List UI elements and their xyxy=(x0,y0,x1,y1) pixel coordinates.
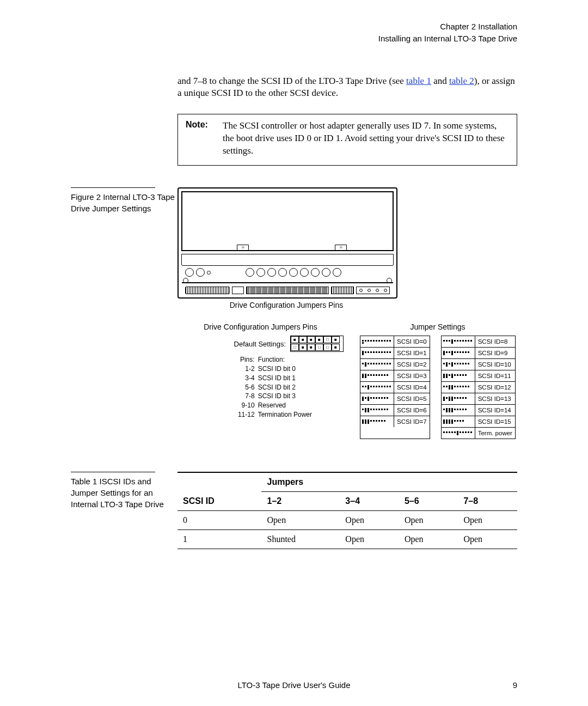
col-jumpers: Jumpers xyxy=(261,473,517,492)
body-paragraph: and 7–8 to change the SCSI ID of the LTO… xyxy=(177,75,517,100)
jumper-table: SCSI ID Jumpers 1–2 3–4 5–6 7–8 0 Open O… xyxy=(177,472,517,549)
note-box: Note: The SCSI controller or host adapte… xyxy=(177,114,517,166)
note-text: The SCSI controller or host adapter gene… xyxy=(223,120,509,157)
page-footer: LTO-3 Tape Drive User's Guide 9 xyxy=(71,680,517,690)
chapter-label: Chapter 2 Installation xyxy=(71,21,517,33)
table-caption: Table 1 ISCSI IDs and Jumper Settings fo… xyxy=(71,476,177,510)
figure-caption: Figure 2 Internal LTO-3 Tape Drive Jumpe… xyxy=(71,191,177,214)
schem-left-title: Drive Configuration Jumpers Pins xyxy=(177,322,344,331)
footer-title: LTO-3 Tape Drive User's Guide xyxy=(93,680,495,690)
figure-art: ⌾ ⌾ Driv xyxy=(177,187,517,439)
default-settings-label: Default Settings: xyxy=(234,340,286,348)
jumper-settings-list-right: SCSI ID=8 SCSI ID=9 SCSI ID=10 SCSI ID=1… xyxy=(441,336,516,439)
func-header: Function: xyxy=(258,355,312,364)
note-label: Note: xyxy=(186,120,223,157)
figure-callout: Drive Configuration Jumpers Pins xyxy=(177,301,395,309)
pinbox-default: ■■■■□■ □■■□□■ xyxy=(290,336,344,352)
col-scsi-id: SCSI ID xyxy=(177,473,261,511)
section-label: Installing an Internal LTO-3 Tape Drive xyxy=(71,33,517,45)
pins-header: Pins: xyxy=(238,355,255,364)
schem-right-title: Jumper Settings xyxy=(360,322,516,331)
table-row: 0 Open Open Open Open xyxy=(177,511,517,530)
table-row: 1 Shunted Open Open Open xyxy=(177,530,517,549)
link-table-2[interactable]: table 2 xyxy=(449,76,474,86)
page-number: 9 xyxy=(495,680,517,690)
jumper-settings-list-left: SCSI ID=0 SCSI ID=1 SCSI ID=2 SCSI ID=3 … xyxy=(360,336,430,439)
page-header: Chapter 2 Installation Installing an Int… xyxy=(71,21,517,45)
link-table-1[interactable]: table 1 xyxy=(406,76,431,86)
